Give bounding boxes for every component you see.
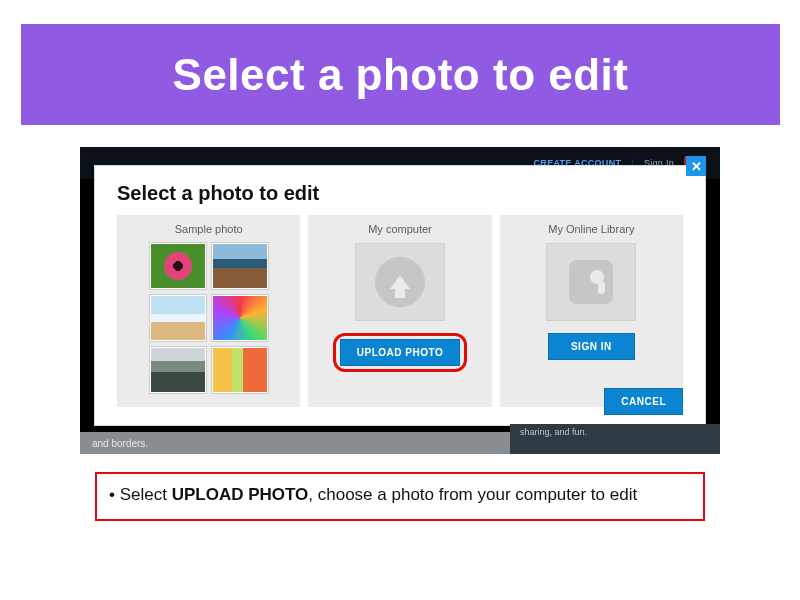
slide-title: Select a photo to edit (173, 50, 629, 100)
upload-icon-box (355, 243, 445, 321)
sample-thumb-flower[interactable] (150, 243, 206, 289)
highlight-oval: UPLOAD PHOTO (333, 333, 467, 372)
upload-icon (375, 257, 425, 307)
bg-footer-left: and borders. (80, 432, 510, 454)
instruction-box: • Select UPLOAD PHOTO, choose a photo fr… (95, 472, 705, 521)
sample-thumb-boats[interactable] (212, 243, 268, 289)
instruction-strong: UPLOAD PHOTO (172, 485, 309, 504)
instruction-rest: , choose a photo from your computer to e… (308, 485, 637, 504)
bg-footer-right-line2: sharing, and fun. (520, 426, 710, 438)
sample-thumb-beach[interactable] (150, 295, 206, 341)
panel-sample-title: Sample photo (125, 223, 292, 235)
title-banner: Select a photo to edit (21, 24, 780, 125)
close-button[interactable]: ✕ (686, 156, 706, 176)
panel-library-title: My Online Library (508, 223, 675, 235)
sample-thumb-mountain[interactable] (150, 347, 206, 393)
sample-thumb-colorful[interactable] (212, 295, 268, 341)
sample-thumbs (125, 243, 292, 393)
panel-sample-photo: Sample photo (117, 215, 300, 407)
upload-arrow-icon (390, 275, 410, 289)
panel-online-library: My Online Library SIGN IN (500, 215, 683, 407)
slide: Select a photo to edit CREATE ACCOUNT | … (0, 0, 800, 600)
instruction-lead: Select (120, 485, 167, 504)
dialog-panels: Sample photo My computer (95, 215, 705, 407)
bg-footer-right: sharing, and fun. (510, 424, 720, 454)
library-icon (569, 260, 613, 304)
screenshot-inner: CREATE ACCOUNT | Sign In ✕ Select a phot… (80, 147, 720, 454)
panel-upload-title: My computer (316, 223, 483, 235)
screenshot-frame: CREATE ACCOUNT | Sign In ✕ Select a phot… (80, 147, 720, 454)
upload-photo-button[interactable]: UPLOAD PHOTO (340, 339, 460, 366)
bullet: • (109, 485, 115, 504)
cancel-button[interactable]: CANCEL (604, 388, 683, 415)
library-signin-button[interactable]: SIGN IN (548, 333, 635, 360)
dialog-footer: CANCEL (604, 388, 683, 415)
panel-my-computer: My computer UPLOAD PHOTO (308, 215, 491, 407)
close-icon: ✕ (691, 159, 702, 174)
dialog-title: Select a photo to edit (95, 166, 705, 215)
select-photo-dialog: ✕ Select a photo to edit Sample photo (94, 165, 706, 426)
sample-thumb-flowers[interactable] (212, 347, 268, 393)
library-icon-box (546, 243, 636, 321)
